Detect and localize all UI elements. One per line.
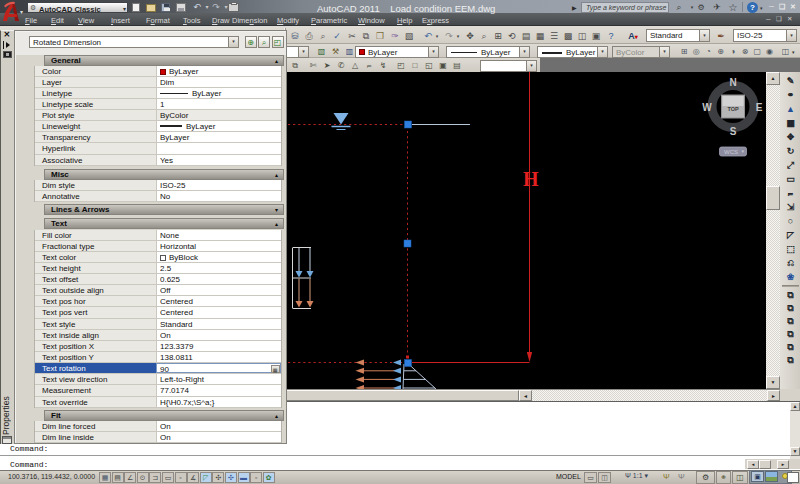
svg-text:WCS: WCS [724, 149, 738, 155]
svg-text:W: W [702, 102, 712, 113]
svg-text:TOP: TOP [727, 106, 739, 112]
svg-text:H: H [523, 168, 539, 190]
svg-text:N: N [729, 77, 736, 88]
svg-text:S: S [730, 126, 737, 137]
svg-text:E: E [756, 102, 763, 113]
